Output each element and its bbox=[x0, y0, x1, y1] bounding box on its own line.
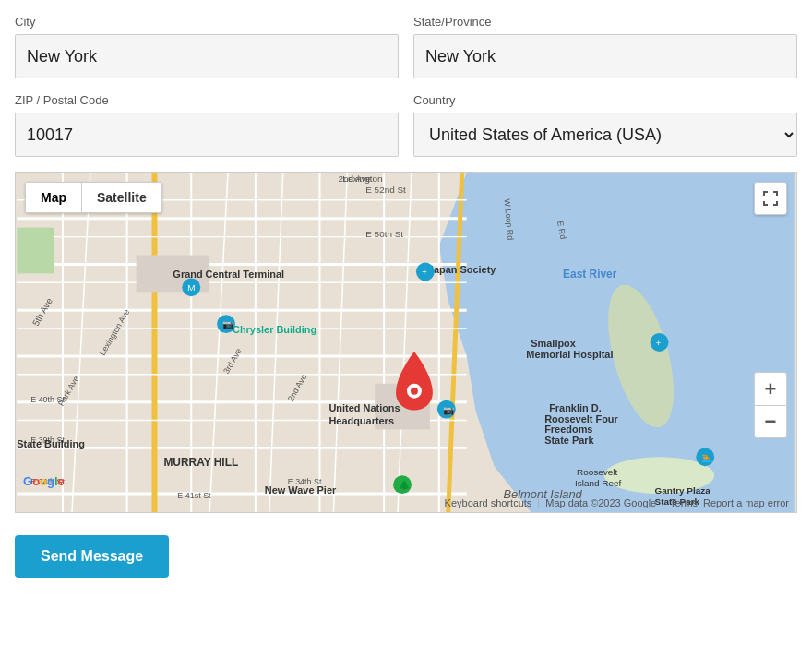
separator1: | bbox=[537, 497, 540, 508]
svg-text:Headquarters: Headquarters bbox=[328, 416, 394, 427]
svg-text:Roosevelt: Roosevelt bbox=[577, 467, 617, 477]
zip-country-row: ZIP / Postal Code Country United States … bbox=[15, 93, 797, 157]
city-label: City bbox=[15, 15, 399, 29]
map-data-label: Map data ©2023 Google bbox=[545, 497, 656, 508]
map-container[interactable]: E 52nd St E 50th St 2nd Ave 5th Ave Lexi… bbox=[15, 172, 797, 513]
svg-text:E 50th St: E 50th St bbox=[365, 229, 403, 239]
zoom-in-button[interactable]: + bbox=[754, 372, 787, 405]
svg-text:🌲: 🌲 bbox=[399, 479, 411, 491]
map-footer: Keyboard shortcuts | Map data ©2023 Goog… bbox=[16, 497, 796, 508]
country-group: Country United States of America (USA) C… bbox=[413, 93, 797, 157]
svg-text:Smallpox: Smallpox bbox=[531, 338, 576, 349]
separator2: | bbox=[662, 497, 664, 508]
svg-text:United Nations: United Nations bbox=[328, 402, 400, 413]
svg-text:State Building: State Building bbox=[17, 438, 85, 449]
svg-text:Roosevelt Four: Roosevelt Four bbox=[544, 413, 618, 424]
terms-link[interactable]: Terms bbox=[670, 497, 698, 508]
city-input[interactable] bbox=[15, 34, 399, 78]
svg-rect-31 bbox=[17, 228, 54, 274]
svg-text:State Park: State Park bbox=[544, 435, 594, 446]
svg-text:Freedoms: Freedoms bbox=[544, 424, 592, 435]
zip-input[interactable] bbox=[15, 113, 399, 157]
svg-text:+: + bbox=[422, 267, 427, 277]
svg-text:M: M bbox=[187, 282, 195, 293]
country-select[interactable]: United States of America (USA) Canada Un… bbox=[413, 113, 797, 157]
svg-text:📷: 📷 bbox=[443, 404, 455, 416]
zip-group: ZIP / Postal Code bbox=[15, 93, 399, 157]
map-fullscreen-button[interactable] bbox=[754, 182, 787, 215]
svg-text:Franklin D.: Franklin D. bbox=[549, 402, 602, 413]
svg-text:E 40th St: E 40th St bbox=[30, 395, 65, 404]
zip-label: ZIP / Postal Code bbox=[15, 93, 399, 107]
svg-text:Lexington: Lexington bbox=[342, 173, 382, 184]
zoom-out-button[interactable]: − bbox=[754, 405, 787, 438]
svg-text:🏊: 🏊 bbox=[701, 451, 713, 463]
report-link[interactable]: Report a map error bbox=[703, 497, 789, 508]
svg-text:E 52nd St: E 52nd St bbox=[365, 185, 406, 195]
country-label: Country bbox=[413, 93, 797, 107]
map-svg: E 52nd St E 50th St 2nd Ave 5th Ave Lexi… bbox=[16, 173, 796, 512]
keyboard-shortcuts[interactable]: Keyboard shortcuts bbox=[445, 497, 532, 508]
state-input[interactable] bbox=[413, 34, 797, 78]
send-message-button[interactable]: Send Message bbox=[15, 535, 169, 578]
svg-text:MURRAY HILL: MURRAY HILL bbox=[163, 456, 238, 469]
map-toggle-map[interactable]: Map bbox=[26, 183, 82, 212]
svg-text:Chrysler Building: Chrysler Building bbox=[233, 324, 316, 335]
map-toggle-satellite[interactable]: Satellite bbox=[82, 183, 161, 212]
svg-text:East River: East River bbox=[563, 268, 617, 281]
city-state-row: City State/Province bbox=[15, 15, 797, 78]
map-zoom-controls: + − bbox=[754, 372, 787, 438]
svg-point-89 bbox=[411, 388, 418, 395]
city-group: City bbox=[15, 15, 399, 78]
svg-text:Japan Society: Japan Society bbox=[428, 264, 496, 275]
google-logo: Google bbox=[23, 474, 65, 488]
map-inner: E 52nd St E 50th St 2nd Ave 5th Ave Lexi… bbox=[16, 173, 796, 512]
map-toggle: Map Satellite bbox=[25, 182, 162, 213]
state-label: State/Province bbox=[413, 15, 797, 29]
svg-text:Gantry Plaza: Gantry Plaza bbox=[655, 485, 711, 496]
svg-text:📷: 📷 bbox=[222, 318, 234, 330]
fullscreen-icon bbox=[762, 190, 779, 207]
svg-text:Memorial Hospital: Memorial Hospital bbox=[526, 349, 613, 360]
svg-text:New Wave Pier: New Wave Pier bbox=[265, 484, 337, 496]
state-group: State/Province bbox=[413, 15, 797, 78]
svg-text:+: + bbox=[656, 338, 662, 348]
